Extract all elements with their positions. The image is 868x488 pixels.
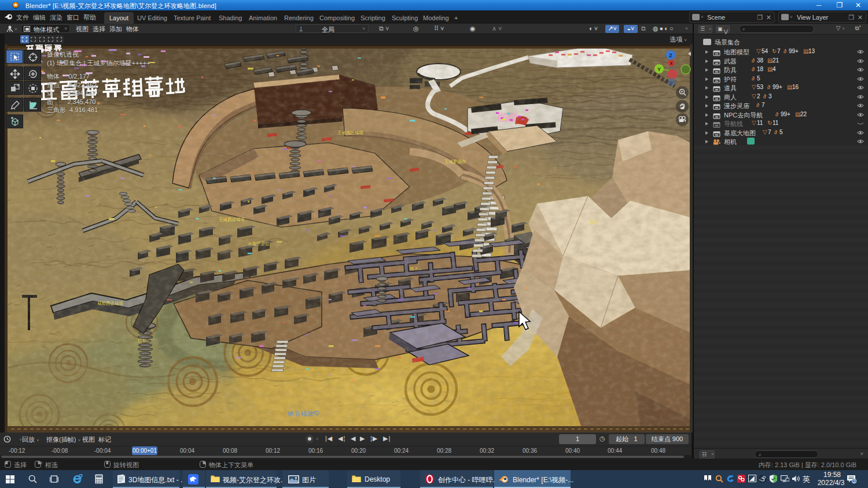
svg-text:X: X <box>670 61 673 65</box>
svg-text:王城罗德尔: 王城罗德尔 <box>444 159 466 164</box>
svg-text:˅: ˅ <box>14 27 17 32</box>
svg-text:2: 2 <box>853 479 855 483</box>
svg-text:峡谷锚放夺: 峡谷锚放夺 <box>288 410 320 417</box>
svg-text:地下..: 地下.. <box>409 266 421 271</box>
svg-text:王城西边城墙: 王城西边城墙 <box>219 217 245 222</box>
svg-text:Z: Z <box>669 53 672 58</box>
svg-text:城郊西边城墙: 城郊西边城墙 <box>97 301 124 306</box>
svg-text:Y: Y <box>657 66 661 72</box>
svg-text:大道守卫台: 大道守卫台 <box>248 241 270 246</box>
svg-text:城郊...: 城郊... <box>137 338 150 343</box>
svg-text:升关: 升关 <box>589 220 598 225</box>
svg-text:王城东区城墙: 王城东区城墙 <box>337 130 364 135</box>
